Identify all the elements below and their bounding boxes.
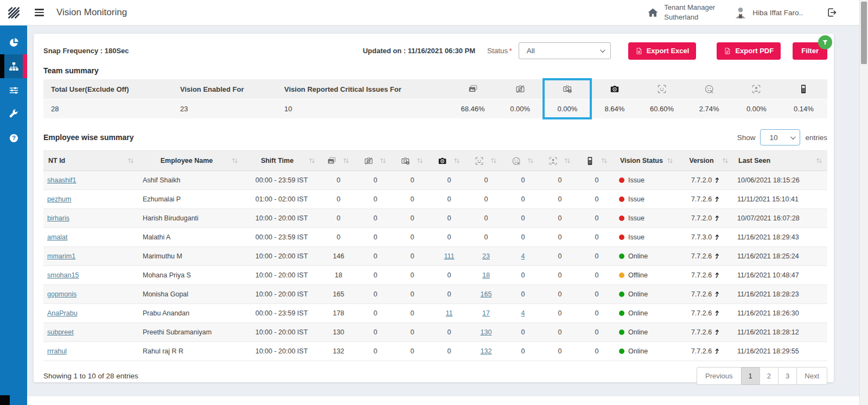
version-cell: 7.7.2.6 <box>678 247 733 266</box>
status-badge: Online <box>628 290 648 298</box>
metric-link[interactable]: 165 <box>481 290 492 298</box>
pagination-previous[interactable]: Previous <box>697 367 742 385</box>
logout-button[interactable] <box>827 8 837 17</box>
metric-link[interactable]: 4 <box>521 252 525 260</box>
col-header-person-detect[interactable] <box>541 151 578 171</box>
vision-status-cell: Online <box>615 304 678 323</box>
metric-link[interactable]: 23 <box>482 252 490 260</box>
vision-status-cell: Issue <box>615 228 678 247</box>
metric-cell: 0 <box>468 209 505 228</box>
version-upgrade-icon <box>713 347 720 355</box>
nt-id-link[interactable]: birharis <box>47 214 69 222</box>
app-logo[interactable] <box>0 0 27 25</box>
sidebar-item-team-monitoring[interactable] <box>0 54 27 78</box>
status-badge: Offline <box>628 271 648 279</box>
nt-id-link[interactable]: mmarim1 <box>47 252 75 260</box>
pagination-page-2[interactable]: 2 <box>760 367 778 385</box>
metric-cell: 178 <box>320 304 357 323</box>
sidebar-item-tools[interactable] <box>0 102 27 126</box>
metric-link[interactable]: 130 <box>481 328 492 336</box>
table-row: gopmonisMonisha Gopal10:00 - 20:00 IST16… <box>43 285 827 304</box>
metric-cell: 0 <box>505 209 541 228</box>
sidebar-item-help[interactable] <box>0 126 27 150</box>
status-badge: Online <box>628 309 648 317</box>
camera-info-icon <box>400 156 411 166</box>
nt-id-link[interactable]: pezhum <box>47 195 71 203</box>
pagination-page-1[interactable]: 1 <box>741 367 760 385</box>
metric-cell: 0 <box>320 209 357 228</box>
version-upgrade-icon <box>713 328 720 336</box>
nt-id-link[interactable]: shaashif1 <box>47 176 76 184</box>
column-header <box>591 79 638 99</box>
export-pdf-button[interactable]: Export PDF <box>717 42 781 60</box>
shift-time-cell: 10:00 - 20:00 IST <box>243 209 320 228</box>
scrollbar-thumb[interactable] <box>861 2 867 64</box>
metric-cell: 0 <box>394 266 431 285</box>
nt-id-link[interactable]: rrrahul <box>47 347 67 355</box>
employee-name-cell: Ezhumalai P <box>139 190 243 209</box>
scrollbar[interactable] <box>859 0 868 405</box>
metric-cell: 0 <box>394 228 431 247</box>
table-row: shaashif1Ashif Shaikh00:00 - 23:59 IST00… <box>43 171 827 190</box>
nt-id-link[interactable]: amalat <box>47 233 68 241</box>
metric-link[interactable]: 132 <box>481 347 492 355</box>
col-header-mobile[interactable] <box>578 151 615 171</box>
metric-link[interactable]: 4 <box>521 309 525 317</box>
col-header-face-scan[interactable] <box>468 151 505 171</box>
summary-value: 60.60% <box>639 99 686 118</box>
status-select[interactable]: All <box>519 42 611 59</box>
col-header-face-issue[interactable] <box>505 151 541 171</box>
filter-button[interactable]: Filter <box>793 42 827 60</box>
metric-cell: 11 <box>431 304 468 323</box>
col-header-photos[interactable] <box>320 151 357 171</box>
metric-cell: 0 <box>505 228 541 247</box>
table-row: pezhumEzhumalai P01:00 - 02:00 IST000000… <box>43 190 827 209</box>
nt-id-link[interactable]: AnaPrabu <box>47 309 78 317</box>
metric-cell: 0 <box>578 304 615 323</box>
shift-time-cell: 01:00 - 02:00 IST <box>243 190 320 209</box>
col-header-version[interactable]: Version <box>678 151 733 171</box>
tenant-info[interactable]: Tenant Manager Sutherland <box>647 3 715 22</box>
col-header-nt-id[interactable]: NT Id <box>43 151 139 171</box>
metric-link[interactable]: 18 <box>482 271 490 279</box>
col-header-camera[interactable] <box>431 151 468 171</box>
last-seen-cell: 11/16/2021 18:25:24 <box>733 247 827 266</box>
metric-cell: 0 <box>357 171 394 190</box>
shift-time-cell: 10:00 - 20:00 IST <box>243 247 320 266</box>
sidebar-item-dashboard[interactable] <box>0 30 27 54</box>
status-badge: Issue <box>628 176 644 184</box>
entries-label: entries <box>805 134 827 142</box>
metric-link[interactable]: 11 <box>446 309 453 317</box>
nt-id-link[interactable]: subpreet <box>47 328 74 336</box>
pagination-next[interactable]: Next <box>796 367 827 385</box>
metric-link[interactable]: 17 <box>482 309 490 317</box>
col-header-vision-status[interactable]: Vision Status <box>615 151 678 171</box>
sidebar-item-configuration[interactable] <box>0 78 27 102</box>
table-row: AnaPrabuPrabu Anandan00:00 - 23:59 IST17… <box>43 304 827 323</box>
menu-toggle-icon[interactable] <box>35 9 44 16</box>
metric-cell: 0 <box>431 228 468 247</box>
col-header-employee-name[interactable]: Employee Name <box>139 151 243 171</box>
col-header-camera-info[interactable] <box>394 151 431 171</box>
pagination-page-3[interactable]: 3 <box>778 367 797 385</box>
metric-cell: 146 <box>320 247 357 266</box>
col-header-camera-off[interactable] <box>357 151 394 171</box>
export-excel-button[interactable]: Export Excel <box>628 42 697 60</box>
col-header-shift-time[interactable]: Shift Time <box>243 151 320 171</box>
team-summary-col-mobile: 0.14% <box>780 79 827 118</box>
nt-id-link[interactable]: smohan15 <box>47 271 79 279</box>
nt-id-link[interactable]: gopmonis <box>47 290 76 298</box>
page-size-select[interactable]: 10 <box>760 129 800 145</box>
pie-chart-icon <box>9 37 19 48</box>
metric-cell: 4 <box>505 247 541 266</box>
metric-cell: 0 <box>320 228 357 247</box>
topbar-right: Tenant Manager Sutherland Hiba Iffat Far… <box>647 3 868 22</box>
metric-cell: 0 <box>431 266 468 285</box>
user-menu[interactable]: Hiba Iffat Faro.. <box>733 5 803 20</box>
status-badge: Issue <box>628 233 644 241</box>
metric-cell: 0 <box>394 285 431 304</box>
col-header-last-seen[interactable]: Last Seen <box>733 151 827 171</box>
metric-cell: 0 <box>578 228 615 247</box>
metric-cell: 130 <box>320 323 357 342</box>
metric-link[interactable]: 111 <box>444 252 454 260</box>
